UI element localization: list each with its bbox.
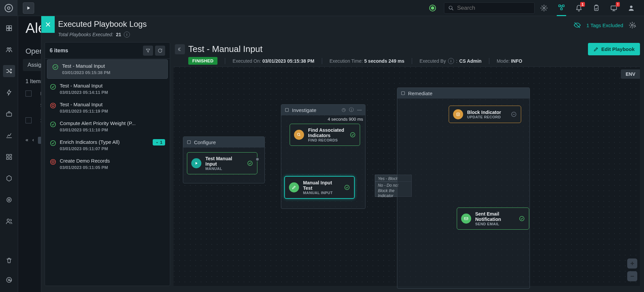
child-count-badge: 1 (153, 139, 165, 145)
svg-point-22 (631, 24, 633, 26)
panel-title: Executed Playbook Logs (58, 19, 636, 29)
svg-rect-15 (6, 158, 8, 160)
nav-team[interactable] (3, 44, 15, 56)
nav-hex[interactable] (3, 172, 15, 184)
svg-rect-12 (6, 113, 11, 116)
executed-logs-panel: Executed Playbook Logs Total Playbooks E… (41, 16, 644, 292)
svg-point-23 (53, 65, 58, 70)
node-find-associated[interactable]: Find Associated IndicatorsFIND RECORDS (290, 124, 360, 146)
person-icon (628, 4, 635, 12)
env-tab[interactable]: ENV (621, 69, 640, 79)
global-search[interactable] (444, 2, 535, 14)
failed-icon (50, 102, 56, 109)
mail-icon (461, 214, 471, 224)
edit-icon (289, 182, 299, 192)
svg-point-35 (350, 132, 355, 137)
status-badge: FINISHED (188, 57, 217, 65)
checkbox[interactable] (26, 117, 32, 123)
info-icon[interactable]: ⓘ (349, 107, 354, 113)
nav-modules[interactable] (3, 151, 15, 163)
clipboard-icon[interactable] (592, 0, 601, 16)
svg-point-27 (51, 122, 56, 127)
layers-icon (401, 91, 405, 96)
nav-gear[interactable] (3, 194, 15, 206)
settings-icon[interactable] (539, 0, 549, 16)
search-input[interactable] (457, 5, 528, 11)
page-prev[interactable]: ‹ (32, 137, 34, 144)
port[interactable] (255, 157, 259, 161)
eye-off-icon[interactable] (574, 21, 581, 29)
success-icon (50, 83, 56, 90)
svg-point-19 (7, 219, 9, 221)
info-icon[interactable]: i (448, 58, 454, 64)
nav-dashboard[interactable] (3, 22, 15, 34)
nav-users[interactable] (3, 215, 15, 227)
grid-icon (6, 25, 12, 32)
zoom-in-button[interactable]: + (627, 258, 637, 269)
play-button[interactable] (23, 2, 34, 14)
update-icon (453, 109, 463, 119)
filter-button[interactable] (143, 46, 153, 56)
pencil-icon (593, 47, 599, 52)
page-first[interactable]: « (26, 137, 28, 144)
node-manual-input-test[interactable]: Manual Input TestMANUAL INPUT (284, 176, 355, 199)
log-item[interactable]: Create Demo Records 03/01/2023 05:11:05 … (45, 155, 170, 173)
collapse-button[interactable] (175, 44, 185, 54)
refresh-icon (157, 48, 163, 53)
node-block-indicator[interactable]: Block IndicatorUPDATE RECORD <359 d=""/> (449, 106, 521, 123)
zoom-out-button[interactable]: − (627, 271, 637, 281)
refresh-button[interactable] (155, 46, 165, 56)
svg-point-25 (51, 103, 56, 108)
log-item[interactable]: Compute Alert Priority Weight (P... 03/0… (45, 117, 170, 136)
detail-title: Test - Manual Input (188, 44, 640, 54)
gear-icon (540, 4, 548, 12)
log-item[interactable]: Test - Manual Input 03/01/2023 05:11:19 … (45, 98, 170, 117)
edit-playbook-button[interactable]: Edit Playbook (588, 43, 640, 55)
connectors (174, 67, 274, 117)
close-button[interactable] (41, 16, 55, 33)
nav-playbooks[interactable] (3, 65, 15, 77)
system-status-icon[interactable] (429, 5, 436, 11)
svg-point-26 (52, 105, 54, 107)
app-logo[interactable] (0, 0, 17, 16)
close-icon (45, 21, 51, 27)
nav-trash[interactable] (3, 254, 15, 267)
users-icon (6, 218, 12, 225)
config-icon[interactable]: ! (609, 0, 618, 16)
nav-library[interactable] (3, 108, 15, 120)
log-item[interactable]: Test - Manual Input 03/01/2023 05:14:11 … (45, 79, 170, 98)
svg-rect-37 (401, 92, 404, 95)
user-icon[interactable] (627, 0, 636, 16)
play-icon (191, 158, 201, 168)
svg-point-11 (9, 48, 11, 49)
nav-help[interactable] (3, 274, 15, 286)
apps-icon (6, 154, 12, 160)
node-sent-email[interactable]: Sent Email NotificationSEND EMAIL (457, 208, 529, 230)
panel-subtitle: Total Playbooks Executed: 21 i (58, 32, 636, 38)
panel-settings-icon[interactable] (629, 21, 636, 29)
check-icon (344, 184, 350, 190)
failed-icon (50, 159, 56, 165)
briefcase-icon (6, 111, 12, 117)
log-item[interactable]: Enrich Indicators (Type All) 03/01/2023 … (45, 136, 170, 155)
minimize-icon[interactable]: — (357, 107, 362, 113)
nav-automation[interactable] (3, 86, 15, 99)
playbook-canvas[interactable]: ENV + − (174, 66, 640, 286)
nav-reports[interactable] (3, 129, 15, 141)
log-item[interactable]: Test - Manual Input 03/01/2023 05:15:38 … (47, 59, 168, 79)
svg-point-30 (52, 161, 54, 163)
notifications-icon[interactable]: 1 (574, 0, 584, 16)
search-doc-icon (294, 130, 304, 140)
node-test-manual-input[interactable]: Test Manual InputMANUAL (187, 152, 257, 174)
svg-point-0 (5, 4, 12, 12)
cog-icon (6, 196, 12, 203)
svg-point-10 (7, 48, 9, 49)
chevron-left-icon (178, 47, 182, 52)
tags-excluded-link[interactable]: 1 Tags Excluded (586, 22, 623, 28)
connections-icon[interactable] (557, 0, 566, 16)
trash-icon (6, 257, 12, 264)
clock-icon[interactable]: ◷ (342, 107, 346, 113)
check-icon (247, 160, 253, 166)
info-icon[interactable]: i (124, 32, 130, 38)
checkbox[interactable] (26, 91, 32, 97)
